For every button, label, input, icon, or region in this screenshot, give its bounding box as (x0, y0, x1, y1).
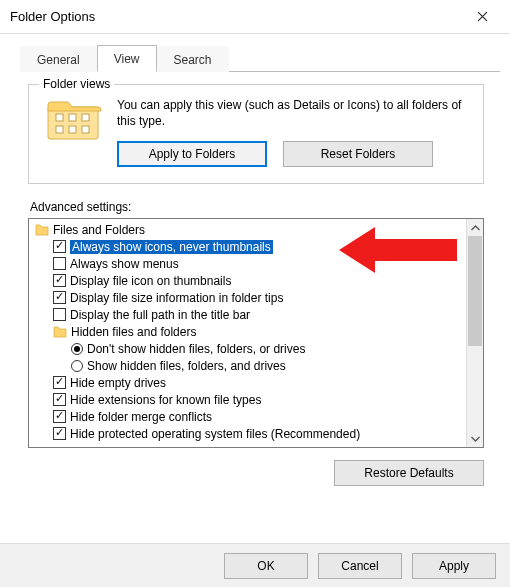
advanced-settings-label: Advanced settings: (30, 200, 484, 214)
svg-rect-6 (82, 126, 89, 133)
dialog-footer: OK Cancel Apply (0, 543, 510, 587)
folder-icon (53, 326, 67, 338)
checkbox-icon[interactable] (53, 308, 66, 321)
svg-rect-1 (56, 114, 63, 121)
tree-item-label: Display file icon on thumbnails (70, 274, 231, 288)
tree-item-label: Hide empty drives (70, 376, 166, 390)
tree-group-label: Files and Folders (53, 223, 145, 237)
apply-button[interactable]: Apply (412, 553, 496, 579)
checkbox-icon[interactable] (53, 410, 66, 423)
checkbox-icon[interactable] (53, 376, 66, 389)
tree-item-display-file-size-tips[interactable]: Display file size information in folder … (35, 289, 464, 306)
tree-item-label: Hide extensions for known file types (70, 393, 261, 407)
tree-item-display-file-icon[interactable]: Display file icon on thumbnails (35, 272, 464, 289)
close-button[interactable] (462, 3, 502, 31)
tree-item-label: Show hidden files, folders, and drives (87, 359, 286, 373)
checkbox-icon[interactable] (53, 393, 66, 406)
tree-item-display-full-path[interactable]: Display the full path in the title bar (35, 306, 464, 323)
tree-radio-dont-show-hidden[interactable]: Don't show hidden files, folders, or dri… (35, 340, 464, 357)
ok-button[interactable]: OK (224, 553, 308, 579)
tree-item-label: Hide folder merge conflicts (70, 410, 212, 424)
tree-item-hide-empty-drives[interactable]: Hide empty drives (35, 374, 464, 391)
tab-view[interactable]: View (97, 45, 157, 72)
tab-search[interactable]: Search (157, 46, 229, 72)
tree-item-always-show-menus[interactable]: Always show menus (35, 255, 464, 272)
tree-item-label: Display file size information in folder … (70, 291, 283, 305)
folder-icon (35, 224, 49, 236)
scroll-thumb[interactable] (468, 236, 482, 346)
cancel-button[interactable]: Cancel (318, 553, 402, 579)
tab-strip: General View Search (20, 44, 500, 72)
tree-item-always-show-icons[interactable]: Always show icons, never thumbnails (35, 238, 464, 255)
checkbox-icon[interactable] (53, 291, 66, 304)
chevron-up-icon (471, 225, 480, 231)
folder-icon (45, 97, 103, 143)
svg-rect-3 (82, 114, 89, 121)
checkbox-icon[interactable] (53, 257, 66, 270)
scroll-down-button[interactable] (467, 430, 483, 447)
radio-icon[interactable] (71, 343, 83, 355)
restore-defaults-button[interactable]: Restore Defaults (334, 460, 484, 486)
folder-views-legend: Folder views (39, 77, 114, 91)
tree-radio-show-hidden[interactable]: Show hidden files, folders, and drives (35, 357, 464, 374)
svg-rect-2 (69, 114, 76, 121)
tree-item-label: Display the full path in the title bar (70, 308, 250, 322)
tab-general[interactable]: General (20, 46, 97, 72)
tree-item-hide-merge-conflicts[interactable]: Hide folder merge conflicts (35, 408, 464, 425)
folder-views-description: You can apply this view (such as Details… (117, 97, 467, 129)
checkbox-icon[interactable] (53, 274, 66, 287)
apply-to-folders-button[interactable]: Apply to Folders (117, 141, 267, 167)
svg-rect-4 (56, 126, 63, 133)
close-icon (477, 11, 488, 22)
advanced-settings-tree[interactable]: Files and Folders Always show icons, nev… (28, 218, 484, 448)
tree-item-hide-protected-os-files[interactable]: Hide protected operating system files (R… (35, 425, 464, 442)
radio-icon[interactable] (71, 360, 83, 372)
tree-item-label: Hide protected operating system files (R… (70, 427, 360, 441)
scrollbar[interactable] (466, 219, 483, 447)
checkbox-icon[interactable] (53, 427, 66, 440)
reset-folders-button[interactable]: Reset Folders (283, 141, 433, 167)
checkbox-icon[interactable] (53, 240, 66, 253)
title-bar: Folder Options (0, 0, 510, 34)
tree-group-hidden-files: Hidden files and folders (35, 323, 464, 340)
tree-item-label: Don't show hidden files, folders, or dri… (87, 342, 305, 356)
tree-item-hide-extensions[interactable]: Hide extensions for known file types (35, 391, 464, 408)
svg-rect-5 (69, 126, 76, 133)
window-title: Folder Options (10, 9, 462, 24)
svg-rect-0 (48, 107, 98, 139)
tree-group-files-and-folders: Files and Folders (35, 221, 464, 238)
tree-item-label: Always show icons, never thumbnails (70, 240, 273, 254)
scroll-up-button[interactable] (467, 219, 483, 236)
chevron-down-icon (471, 436, 480, 442)
folder-views-group: Folder views You can apply this view (su… (28, 84, 484, 184)
tree-item-label: Always show menus (70, 257, 179, 271)
tree-group-label: Hidden files and folders (71, 325, 196, 339)
